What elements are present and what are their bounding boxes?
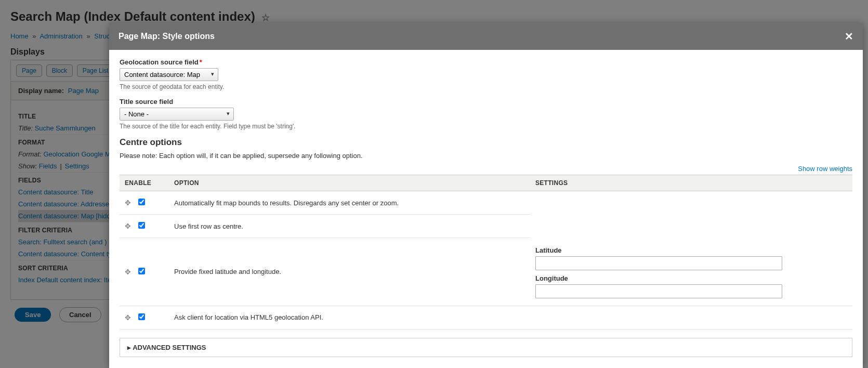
geolocation-source-desc: The source of geodata for each entity. — [120, 83, 852, 90]
title-source-select[interactable]: - None - — [120, 108, 234, 121]
modal-header: Page Map: Style options ✕ — [109, 23, 863, 50]
geolocation-source-field-item: Geolocation source field* Content dataso… — [120, 58, 852, 90]
option-first-row: Use first row as centre. — [169, 215, 530, 238]
centre-option-row: ✥ Automatically fit map bounds to result… — [120, 191, 852, 215]
longitude-input[interactable] — [535, 284, 782, 298]
centre-options-heading: Centre options — [120, 137, 852, 148]
th-settings: SETTINGS — [530, 175, 852, 191]
centre-option-row: ✥ Provide fixed latitude and longitude. … — [120, 238, 852, 306]
drag-handle-icon[interactable]: ✥ — [125, 199, 131, 207]
modal-body: Geolocation source field* Content dataso… — [109, 50, 863, 368]
th-enable: ENABLE — [120, 175, 169, 191]
advanced-settings-details[interactable]: ADVANCED SETTINGS — [120, 338, 852, 357]
geolocation-source-select[interactable]: Content datasource: Map — [120, 68, 218, 81]
th-option: OPTION — [169, 175, 530, 191]
close-icon[interactable]: ✕ — [845, 30, 853, 43]
drag-handle-icon[interactable]: ✥ — [125, 313, 131, 322]
enable-first-row-checkbox[interactable] — [138, 222, 145, 229]
drag-handle-icon[interactable]: ✥ — [125, 222, 131, 230]
centre-options-note: Please note: Each option will, if it can… — [120, 152, 852, 160]
geolocation-source-label: Geolocation source field* — [120, 58, 852, 66]
show-row-weights-link[interactable]: Show row weights — [798, 165, 852, 173]
required-marker: * — [200, 58, 202, 66]
style-options-modal: Page Map: Style options ✕ Geolocation so… — [109, 23, 863, 368]
enable-html5-geo-checkbox[interactable] — [138, 313, 145, 320]
centre-option-row: ✥ Ask client for location via HTML5 geol… — [120, 306, 852, 329]
advanced-settings-summary[interactable]: ADVANCED SETTINGS — [120, 338, 852, 357]
latitude-input[interactable] — [535, 256, 782, 270]
enable-fixed-latlon-checkbox[interactable] — [138, 268, 145, 274]
modal-title: Page Map: Style options — [119, 32, 215, 41]
option-fixed-latlon: Provide fixed latitude and longitude. — [169, 238, 530, 306]
title-source-desc: The source of the title for each entity.… — [120, 123, 852, 130]
drag-handle-icon[interactable]: ✥ — [125, 268, 131, 276]
centre-options-table: ENABLE OPTION SETTINGS ✥ Automatically f… — [120, 175, 852, 330]
title-source-label: Title source field — [120, 98, 852, 106]
latitude-label: Latitude — [535, 246, 847, 254]
title-source-field-item: Title source field - None - The source o… — [120, 98, 852, 130]
longitude-label: Longitude — [535, 274, 847, 282]
enable-fit-bounds-checkbox[interactable] — [138, 199, 145, 205]
option-fit-bounds: Automatically fit map bounds to results.… — [169, 191, 530, 215]
row-weights-wrap: Show row weights — [120, 163, 852, 175]
option-html5-geo: Ask client for location via HTML5 geoloc… — [169, 306, 530, 329]
